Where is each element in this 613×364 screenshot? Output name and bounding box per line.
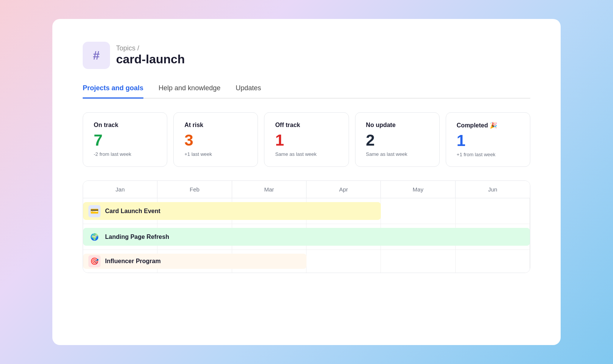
breadcrumb-text: Topics / card-launch bbox=[116, 44, 185, 66]
stat-on-track-number: 7 bbox=[94, 132, 156, 149]
gantt-rows: 💳 Card Launch Event 🌍 Landing Page Refre… bbox=[83, 198, 530, 273]
gantt-cell bbox=[381, 198, 455, 224]
stat-at-risk-sub: +1 last week bbox=[184, 151, 247, 157]
month-apr: Apr bbox=[306, 181, 381, 198]
month-may: May bbox=[381, 181, 455, 198]
gantt-chart: Jan Feb Mar Apr May Jun 💳 Card Launch Ev… bbox=[83, 180, 530, 273]
stat-off-track-sub: Same as last week bbox=[275, 151, 338, 157]
gantt-bar-card-launch[interactable]: 💳 Card Launch Event bbox=[83, 202, 381, 220]
gantt-row-2[interactable]: 🌍 Landing Page Refresh bbox=[83, 224, 530, 250]
stat-no-update-sub: Same as last week bbox=[366, 151, 429, 157]
project-icon-landing-page: 🌍 bbox=[88, 231, 101, 243]
tab-updates[interactable]: Updates bbox=[236, 84, 261, 99]
stats-row: On track 7 -2 from last week At risk 3 +… bbox=[83, 112, 530, 167]
gantt-bar-landing-page[interactable]: 🌍 Landing Page Refresh bbox=[83, 228, 530, 246]
month-jun: Jun bbox=[456, 181, 530, 198]
stat-no-update[interactable]: No update 2 Same as last week bbox=[355, 112, 440, 167]
page-title: card-launch bbox=[116, 52, 185, 66]
stat-completed-number: 1 bbox=[457, 132, 519, 149]
stat-off-track-label: Off track bbox=[275, 122, 338, 129]
stat-off-track[interactable]: Off track 1 Same as last week bbox=[264, 112, 349, 167]
stat-at-risk[interactable]: At risk 3 +1 last week bbox=[173, 112, 258, 167]
gantt-cell bbox=[306, 250, 381, 273]
stat-on-track-label: On track bbox=[94, 122, 156, 129]
gantt-cell bbox=[381, 250, 455, 273]
project-name-card-launch: Card Launch Event bbox=[105, 208, 160, 215]
gantt-cell bbox=[456, 198, 530, 224]
month-mar: Mar bbox=[232, 181, 306, 198]
stat-no-update-number: 2 bbox=[366, 132, 429, 149]
main-card: # Topics / card-launch Projects and goal… bbox=[52, 19, 561, 345]
month-jan: Jan bbox=[83, 181, 157, 198]
stat-off-track-number: 1 bbox=[275, 132, 338, 149]
tab-bar: Projects and goals Help and knowledge Up… bbox=[83, 84, 530, 99]
stat-completed[interactable]: Completed 🎉 1 +1 from last week bbox=[446, 112, 530, 167]
stat-completed-label: Completed 🎉 bbox=[457, 122, 519, 129]
breadcrumb: # Topics / card-launch bbox=[83, 42, 530, 69]
gantt-row-1[interactable]: 💳 Card Launch Event bbox=[83, 198, 530, 224]
topic-icon: # bbox=[83, 42, 110, 69]
project-name-landing-page: Landing Page Refresh bbox=[105, 234, 169, 240]
gantt-header: Jan Feb Mar Apr May Jun bbox=[83, 181, 530, 198]
breadcrumb-parent: Topics / bbox=[116, 44, 185, 52]
month-feb: Feb bbox=[157, 181, 232, 198]
project-name-influencer: Influencer Program bbox=[105, 258, 161, 265]
gantt-bar-influencer[interactable]: 🎯 Influencer Program bbox=[83, 254, 306, 269]
stat-at-risk-label: At risk bbox=[184, 122, 247, 129]
stat-at-risk-number: 3 bbox=[184, 132, 247, 149]
stat-no-update-label: No update bbox=[366, 122, 429, 129]
gantt-row-3[interactable]: 🎯 Influencer Program bbox=[83, 250, 530, 273]
project-icon-card-launch: 💳 bbox=[88, 205, 101, 217]
gantt-cell bbox=[456, 250, 530, 273]
stat-on-track-sub: -2 from last week bbox=[94, 151, 156, 157]
tab-help[interactable]: Help and knowledge bbox=[159, 84, 220, 99]
stat-completed-sub: +1 from last week bbox=[457, 152, 519, 157]
stat-on-track[interactable]: On track 7 -2 from last week bbox=[83, 112, 167, 167]
project-icon-influencer: 🎯 bbox=[88, 255, 101, 267]
tab-projects[interactable]: Projects and goals bbox=[83, 84, 143, 99]
